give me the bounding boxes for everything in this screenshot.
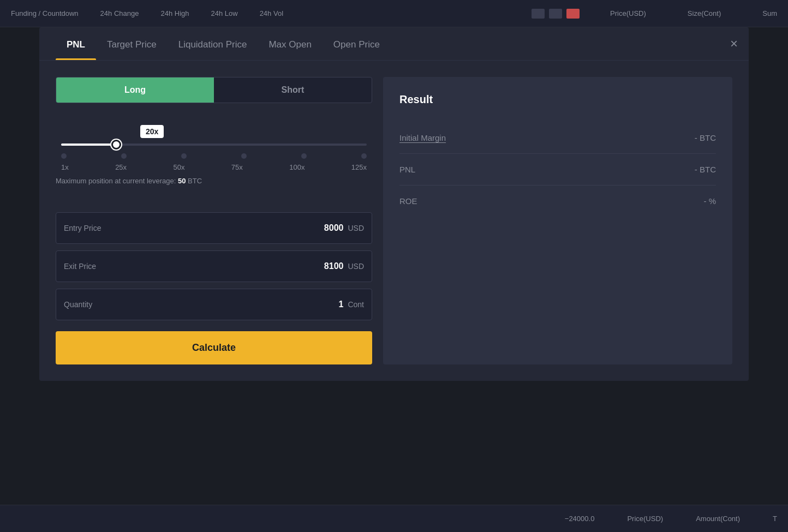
- slider-fill: [61, 144, 116, 146]
- initial-margin-value: - BTC: [695, 133, 716, 142]
- label-50x: 50x: [173, 163, 184, 171]
- roe-label: ROE: [399, 196, 417, 206]
- entry-price-label: Entry Price: [64, 224, 324, 232]
- top-bar-item: 24h Vol: [260, 9, 283, 17]
- top-bar-item: 24h Low: [211, 9, 237, 17]
- direction-toggle: Long Short: [56, 77, 372, 103]
- layout-icon-2: [549, 9, 562, 19]
- tab-pnl[interactable]: PNL: [56, 27, 96, 60]
- exit-price-label: Exit Price: [64, 262, 324, 271]
- max-position-value: 50: [178, 177, 186, 185]
- tab-max-open[interactable]: Max Open: [258, 27, 322, 60]
- exit-price-value-group: 8100 USD: [324, 261, 364, 271]
- size-header: Size(Cont): [688, 9, 721, 17]
- entry-price-value: 8000: [324, 223, 344, 233]
- result-row-initial-margin: Initial Margin - BTC: [399, 122, 716, 154]
- top-bar-item: Funding / Countdown: [11, 9, 79, 17]
- quantity-value-group: 1 Cont: [339, 300, 364, 309]
- dot-25x: [121, 153, 127, 159]
- bottom-bar: −24000.0 Price(USD) Amount(Cont) T: [0, 505, 788, 532]
- bottom-price-label: Price(USD): [627, 515, 663, 523]
- top-bar: Funding / Countdown 24h Change 24h High …: [0, 0, 788, 27]
- layout-icon-3: [566, 9, 580, 19]
- tab-liquidation-price[interactable]: Liquidation Price: [168, 27, 258, 60]
- dot-50x: [181, 153, 187, 159]
- pnl-label: PNL: [399, 165, 415, 174]
- dot-1x: [61, 153, 67, 159]
- long-button[interactable]: Long: [56, 77, 214, 103]
- quantity-value: 1: [339, 300, 344, 309]
- max-position-text: Maximum position at current leverage: 50…: [56, 177, 372, 185]
- top-bar-item: 24h Change: [100, 9, 139, 17]
- entry-price-unit: USD: [348, 224, 364, 232]
- slider-container: 1x 25x 50x 75x 100x 125x: [56, 144, 372, 171]
- tab-header: PNL Target Price Liquidation Price Max O…: [39, 27, 749, 61]
- label-1x: 1x: [61, 163, 69, 171]
- entry-price-field[interactable]: Entry Price 8000 USD: [56, 212, 372, 244]
- slider-track: [61, 144, 367, 146]
- dot-75x: [241, 153, 247, 159]
- exit-price-value: 8100: [324, 261, 344, 271]
- result-row-roe: ROE - %: [399, 186, 716, 217]
- leverage-area: 20x 1x 2: [56, 119, 372, 201]
- calculator-modal: PNL Target Price Liquidation Price Max O…: [39, 27, 749, 381]
- bottom-value: −24000.0: [565, 515, 595, 523]
- result-title: Result: [399, 93, 716, 106]
- exit-price-unit: USD: [348, 262, 364, 271]
- roe-value: - %: [704, 196, 717, 206]
- sum-header: Sum: [762, 9, 777, 17]
- slider-labels: 1x 25x 50x 75x 100x 125x: [61, 163, 367, 171]
- dot-125x: [361, 153, 367, 159]
- label-75x: 75x: [231, 163, 243, 171]
- close-button[interactable]: ×: [730, 37, 738, 50]
- dot-100x: [301, 153, 307, 159]
- layout-icon-1: [532, 9, 545, 19]
- result-row-pnl: PNL - BTC: [399, 154, 716, 186]
- calculate-button[interactable]: Calculate: [56, 331, 372, 364]
- label-25x: 25x: [115, 163, 127, 171]
- modal-body: Long Short 20x: [39, 61, 749, 381]
- label-125x: 125x: [351, 163, 367, 171]
- entry-price-value-group: 8000 USD: [324, 223, 364, 233]
- slider-thumb[interactable]: [111, 140, 121, 150]
- tab-target-price[interactable]: Target Price: [96, 27, 168, 60]
- bottom-t-label: T: [773, 515, 777, 523]
- slider-dots: [61, 153, 367, 159]
- label-100x: 100x: [289, 163, 305, 171]
- quantity-unit: Cont: [348, 300, 364, 309]
- right-panel: Result Initial Margin - BTC PNL - BTC RO…: [383, 77, 732, 364]
- left-panel: Long Short 20x: [56, 77, 372, 364]
- tab-open-price[interactable]: Open Price: [323, 27, 391, 60]
- price-header: Price(USD): [610, 9, 646, 17]
- pnl-value: - BTC: [695, 165, 716, 174]
- initial-margin-label: Initial Margin: [399, 133, 446, 142]
- short-button[interactable]: Short: [214, 77, 372, 103]
- leverage-bubble: 20x: [140, 125, 164, 138]
- top-bar-item: 24h High: [160, 9, 189, 17]
- quantity-field[interactable]: Quantity 1 Cont: [56, 289, 372, 320]
- bottom-amount-label: Amount(Cont): [696, 515, 740, 523]
- quantity-label: Quantity: [64, 300, 339, 309]
- exit-price-field[interactable]: Exit Price 8100 USD: [56, 250, 372, 282]
